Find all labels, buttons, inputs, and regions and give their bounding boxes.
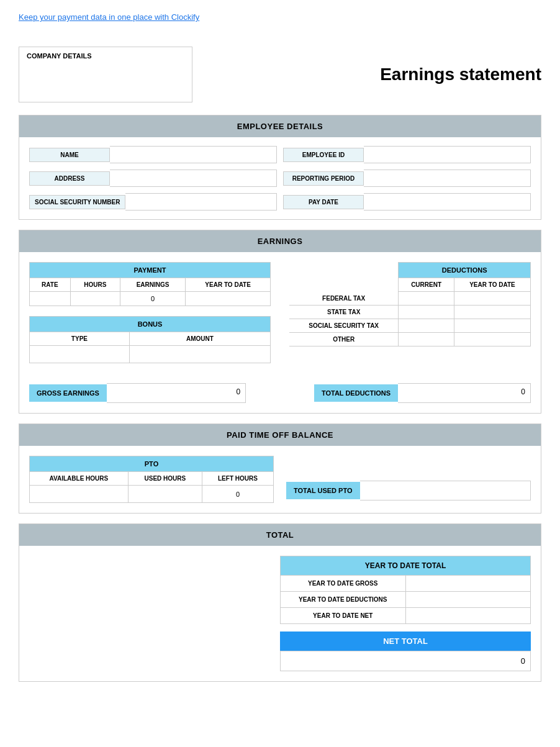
address-label: ADDRESS	[29, 171, 110, 186]
social-security-label: SOCIAL SECURITY TAX	[289, 319, 399, 332]
deductions-table-wrap: DEDUCTIONS CURRENT YEAR TO DATE FEDERAL …	[289, 262, 531, 363]
payment-row: 0	[30, 292, 271, 306]
net-total-wrapper: NET TOTAL 0	[280, 632, 531, 671]
bonus-type-header: TYPE	[30, 332, 130, 346]
other-row: OTHER	[289, 332, 531, 346]
ytd-net-label: YEAR TO DATE NET	[281, 608, 406, 623]
bonus-row	[30, 346, 271, 363]
ytd-gross-value[interactable]	[406, 576, 531, 591]
employee-details-section: EMPLOYEE DETAILS NAME ADDRESS SOCIAL SEC…	[19, 115, 541, 220]
hours-cell[interactable]	[70, 292, 120, 306]
reporting-period-value[interactable]	[364, 170, 531, 187]
ssn-field-row: SOCIAL SECURITY NUMBER	[29, 193, 277, 211]
payment-bonus-wrap: PAYMENT RATE HOURS EARNINGS YEAR TO DATE…	[29, 262, 271, 363]
pto-row: 0	[30, 486, 274, 503]
pay-date-value[interactable]	[364, 193, 531, 211]
federal-tax-row: FEDERAL TAX	[289, 292, 531, 306]
ssn-value[interactable]	[125, 193, 277, 211]
total-content: YEAR TO DATE TOTAL YEAR TO DATE GROSS YE…	[19, 546, 541, 681]
name-value[interactable]	[110, 146, 277, 163]
federal-tax-ytd[interactable]	[454, 292, 530, 306]
pto-table: PTO AVAILABLE HOURS USED HOURS LEFT HOUR…	[29, 456, 274, 503]
ytd-deductions-label: YEAR TO DATE DEDUCTIONS	[281, 592, 406, 607]
reporting-period-label: REPORTING PERIOD	[283, 171, 364, 186]
total-deductions-box: TOTAL DEDUCTIONS 0	[314, 383, 531, 403]
state-tax-label: STATE TAX	[289, 305, 399, 319]
state-tax-row: STATE TAX	[289, 305, 531, 319]
hours-col-header: HOURS	[70, 278, 120, 292]
total-header: TOTAL	[19, 524, 541, 546]
pto-left: PTO AVAILABLE HOURS USED HOURS LEFT HOUR…	[29, 456, 274, 503]
net-total-label: NET TOTAL	[280, 632, 531, 651]
pto-right: TOTAL USED PTO	[286, 481, 531, 500]
left-hours-cell[interactable]: 0	[202, 486, 273, 503]
earnings-totals-row: GROSS EARNINGS 0 TOTAL DEDUCTIONS 0	[19, 383, 541, 413]
total-deductions-value[interactable]: 0	[398, 383, 531, 403]
earnings-statement-title: Earnings statement	[380, 65, 541, 84]
total-used-pto-label: TOTAL USED PTO	[286, 482, 360, 499]
ytd-net-value[interactable]	[406, 608, 531, 623]
top-link-wrapper: Keep your payment data in one place with…	[19, 12, 541, 22]
total-used-pto-box: TOTAL USED PTO	[286, 481, 531, 500]
used-hours-cell[interactable]	[128, 486, 202, 503]
state-tax-current[interactable]	[399, 305, 454, 319]
pay-date-field-row: PAY DATE	[283, 193, 531, 211]
payment-table-header: PAYMENT	[30, 263, 271, 278]
social-security-row: SOCIAL SECURITY TAX	[289, 319, 531, 332]
net-total-value[interactable]: 0	[280, 651, 531, 671]
ytd-cell[interactable]	[186, 292, 271, 306]
current-col-header: CURRENT	[399, 278, 454, 292]
company-details-box: COMPANY DETAILS	[19, 47, 192, 102]
pto-header: PAID TIME OFF BALANCE	[19, 424, 541, 446]
employee-details-header: EMPLOYEE DETAILS	[19, 115, 541, 137]
address-field-row: ADDRESS	[29, 170, 277, 187]
deductions-table-header: DEDUCTIONS	[399, 263, 531, 278]
bonus-type-cell[interactable]	[30, 346, 130, 363]
earnings-section: EARNINGS PAYMENT RATE HOURS EARNINGS YEA…	[19, 230, 541, 414]
ytd-gross-row: YEAR TO DATE GROSS	[280, 576, 531, 592]
bonus-amount-header: AMOUNT	[129, 332, 270, 346]
ytd-net-row: YEAR TO DATE NET	[280, 608, 531, 624]
federal-tax-label: FEDERAL TAX	[289, 292, 399, 306]
payment-table: PAYMENT RATE HOURS EARNINGS YEAR TO DATE…	[29, 262, 271, 306]
name-label: NAME	[29, 148, 110, 162]
name-field-row: NAME	[29, 146, 277, 163]
company-details-label: COMPANY DETAILS	[27, 52, 184, 60]
header-section: COMPANY DETAILS Earnings statement	[19, 47, 541, 102]
bonus-table-header: BONUS	[30, 317, 271, 332]
ytd-gross-label: YEAR TO DATE GROSS	[281, 576, 406, 591]
state-tax-ytd[interactable]	[454, 305, 530, 319]
available-hours-header: AVAILABLE HOURS	[30, 472, 129, 486]
clockify-link[interactable]: Keep your payment data in one place with…	[19, 12, 199, 22]
earnings-header: EARNINGS	[19, 230, 541, 252]
ytd-deductions-value[interactable]	[406, 592, 531, 607]
left-hours-header: LEFT HOURS	[202, 472, 273, 486]
ytd-header: YEAR TO DATE TOTAL	[280, 556, 531, 576]
employee-details-right: EMPLOYEE ID REPORTING PERIOD PAY DATE	[283, 146, 531, 211]
bonus-table: BONUS TYPE AMOUNT	[29, 316, 271, 363]
employee-details-left: NAME ADDRESS SOCIAL SECURITY NUMBER	[29, 146, 277, 211]
employee-details-grid: NAME ADDRESS SOCIAL SECURITY NUMBER EMPL…	[19, 137, 541, 219]
earnings-tables-row: PAYMENT RATE HOURS EARNINGS YEAR TO DATE…	[19, 252, 541, 373]
other-current[interactable]	[399, 332, 454, 346]
earnings-cell[interactable]: 0	[120, 292, 185, 306]
employee-id-value[interactable]	[364, 146, 531, 163]
bonus-amount-cell[interactable]	[129, 346, 270, 363]
social-security-current[interactable]	[399, 319, 454, 332]
pto-section: PAID TIME OFF BALANCE PTO AVAILABLE HOUR…	[19, 423, 541, 514]
social-security-ytd[interactable]	[454, 319, 530, 332]
address-value[interactable]	[110, 170, 277, 187]
other-ytd[interactable]	[454, 332, 530, 346]
available-hours-cell[interactable]	[30, 486, 129, 503]
pto-table-header: PTO	[30, 456, 274, 472]
employee-id-label: EMPLOYEE ID	[283, 148, 364, 162]
total-used-pto-value[interactable]	[360, 481, 531, 500]
other-label: OTHER	[289, 332, 399, 346]
gross-earnings-box: GROSS EARNINGS 0	[29, 383, 246, 403]
deductions-ytd-col-header: YEAR TO DATE	[454, 278, 530, 292]
gross-earnings-value[interactable]: 0	[107, 383, 246, 403]
earnings-col-header: EARNINGS	[120, 278, 185, 292]
rate-cell[interactable]	[30, 292, 71, 306]
federal-tax-current[interactable]	[399, 292, 454, 306]
used-hours-header: USED HOURS	[128, 472, 202, 486]
